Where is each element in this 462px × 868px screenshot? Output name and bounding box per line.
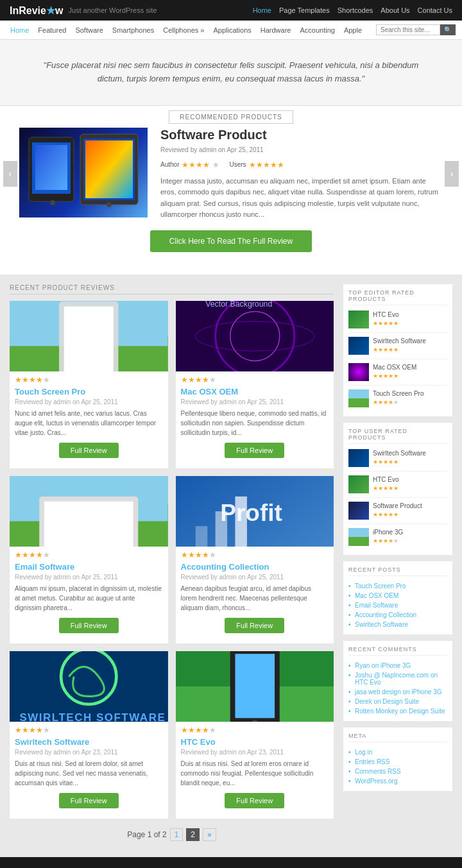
pagination-page-2[interactable]: 2 [186,828,200,841]
sidebar-editor-thumb-1 [348,311,369,328]
product-image-accounting: Profit [176,476,334,547]
meta-wordpress[interactable]: WordPress.org [348,776,447,786]
product-card-1: ★★★★★ Touch Screen Pro Reviewed by admin… [10,301,168,468]
sidebar-editor-product-4-stars: ★★★★★ [373,399,398,405]
recent-comment-3[interactable]: jasa web design on iPhone 3G [348,687,447,697]
top-nav-page-templates[interactable]: Page Templates [279,6,330,14]
product-6-title: HTC Evo [181,737,329,747]
pagination-next[interactable]: » [203,828,216,841]
sidebar: TOP EDITOR RATED PRODUCTS HTC Evo ★★★★★ … [343,284,452,847]
read-full-review-button[interactable]: Click Here To Read The Full Review [150,230,312,252]
sub-nav-featured[interactable]: Featured [34,25,70,35]
svg-point-6 [50,200,55,205]
product-3-title: Email Software [15,562,163,572]
meta-comments-rss[interactable]: Comments RSS [348,767,447,776]
sub-nav-apple[interactable]: Apple [340,25,366,35]
svg-rect-25 [215,511,227,547]
recent-post-3[interactable]: Email Software [348,600,447,610]
slider-users-rating: Users ★★★★★ [229,160,284,169]
recent-comment-5[interactable]: Rotten Monkey on Design Suite [348,706,447,716]
recent-comment-4[interactable]: Derek on Design Suite [348,697,447,706]
top-nav-home[interactable]: Home [253,6,271,14]
product-3-review-button[interactable]: Full Review [59,618,119,633]
svg-rect-11 [64,307,114,371]
search-button[interactable]: 🔍 [440,24,456,35]
product-5-stars: ★★★★★ [15,726,163,735]
content-left: RECENT PRODUCT REVIEWS ★★★★★ Touch Scree… [10,284,334,847]
sidebar-editor-product-4-info: Touch Screen Pro ★★★★★ [373,390,447,406]
svg-text:Profit: Profit [220,500,282,526]
product-card-5: SWIRLTECH SOFTWARE ★★★★★ Swirltech Softw… [10,651,168,819]
slider-ratings: Author ★★★★★ Users ★★★★★ [160,160,443,169]
top-nav-about[interactable]: About Us [381,6,409,14]
svg-rect-2 [35,145,67,190]
recent-post-5[interactable]: Swirltech Software [348,620,447,629]
pagination: Page 1 of 2 1 2 » [10,828,334,841]
slider-next-button[interactable]: › [445,161,459,187]
product-4-meta: Reviewed by admin on Apr 25, 2011 [181,574,329,581]
recent-comment-1[interactable]: Ryan on iPhone 3G [348,661,447,670]
sidebar-user-product-2: HTC Evo ★★★★★ [348,475,447,498]
product-1-meta: Reviewed by admin on Apr 25, 2011 [15,398,163,405]
user-rated-section: TOP USER RATED PRODUCTS Swirltech Softwa… [343,423,452,555]
sub-nav-smartphones[interactable]: Smartphones [108,25,158,35]
author-stars: ★★★★ [182,160,210,169]
sidebar-editor-product-1-stars: ★★★★★ [373,320,398,327]
sidebar-user-product-4-info: iPhone 3G ★★★★★ [373,529,447,545]
product-image-email [10,476,168,547]
recent-comment-2[interactable]: Joshu @ NapIncome.com on HTC Evo [348,670,447,687]
meta-login[interactable]: Log in [348,747,447,757]
sub-nav-accounting[interactable]: Accounting [296,25,338,35]
product-2-review-button[interactable]: Full Review [225,443,284,458]
product-card-5-body: ★★★★★ Swirltech Software Reviewed by adm… [10,722,168,812]
product-6-description: Duis at risus nisi. Sed at lorem eros or… [181,759,329,788]
users-label: Users [229,161,246,168]
product-card-6: ★★★★★ HTC Evo Reviewed by admin on Apr 2… [176,651,334,819]
meta-list: Log in Entries RSS Comments RSS WordPres… [348,747,447,786]
search-input[interactable] [376,24,440,35]
top-nav-shortcodes[interactable]: Shortcodes [338,6,373,14]
recent-post-1[interactable]: Touch Screen Pro [348,581,447,591]
meta-entries-rss[interactable]: Entries RSS [348,757,447,767]
sidebar-editor-product-1-name: HTC Evo [373,311,447,318]
sidebar-editor-thumb-3 [348,363,369,381]
product-card-3: ★★★★★ Email Software Reviewed by admin o… [10,476,168,643]
sub-nav-hardware[interactable]: Hardware [257,25,295,35]
site-tagline: Just another WordPress site [68,6,157,14]
sub-nav-software[interactable]: Software [71,25,107,35]
sidebar-user-thumb-2 [348,475,369,493]
product-card-2-body: ★★★★★ Mac OSX OEM Reviewed by admin on A… [176,371,334,462]
meta-section: META Log in Entries RSS Comments RSS Wor… [343,728,452,791]
top-nav-contact[interactable]: Contact Us [418,6,452,14]
recent-post-2[interactable]: Mac OSX OEM [348,591,447,600]
product-4-title: Accounting Collection [181,562,329,572]
search-box: 🔍 [376,24,456,35]
product-6-review-button[interactable]: Full Review [225,793,284,808]
product-1-review-button[interactable]: Full Review [59,443,119,458]
product-5-review-button[interactable]: Full Review [59,793,119,808]
product-5-description: Duis at risus nisi. Sed at lorem dolor, … [15,759,163,788]
users-stars: ★★★★★ [249,160,284,169]
sidebar-editor-product-4-name: Touch Screen Pro [373,390,447,397]
pagination-page-1[interactable]: 1 [170,828,184,841]
product-3-meta: Reviewed by admin on Apr 25, 2011 [15,574,163,581]
sidebar-editor-thumb-4 [348,389,369,407]
sub-nav-home[interactable]: Home [6,25,33,35]
sidebar-user-product-1-name: Swirltech Software [373,450,447,457]
hero-quote-section: "Fusce placerat nisi nec sem faucibus in… [0,40,462,106]
recent-comments-title: RECENT COMMENTS [348,646,447,656]
sidebar-user-thumb-4 [348,528,369,546]
recent-post-4[interactable]: Accounting Collection [348,610,447,620]
sub-nav-applications[interactable]: Applications [209,25,255,35]
sidebar-user-product-1: Swirltech Software ★★★★★ [348,449,447,472]
recent-posts-list: Touch Screen Pro Mac OSX OEM Email Softw… [348,581,447,629]
slider-tab-label: Recommended Products [169,110,293,124]
product-4-review-button[interactable]: Full Review [225,618,284,633]
product-card-3-body: ★★★★★ Email Software Reviewed by admin o… [10,547,168,637]
product-2-stars: ★★★★★ [181,375,329,384]
sidebar-editor-product-3-name: Mac OSX OEM [373,364,447,371]
hero-quote-text: "Fusce placerat nisi nec sem faucibus in… [38,59,424,86]
slider-prev-button[interactable]: ‹ [3,161,17,187]
product-6-stars: ★★★★★ [181,726,329,735]
sub-nav-cellphones[interactable]: Cellphones » [159,25,208,35]
